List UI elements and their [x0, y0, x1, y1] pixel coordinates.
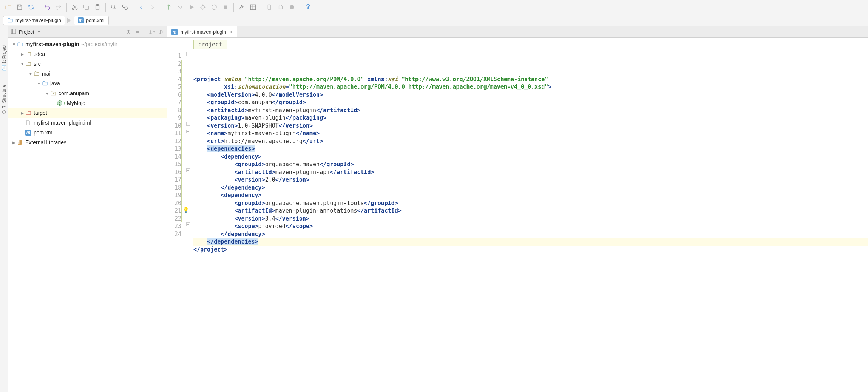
code-line[interactable]: </dependencies> [193, 238, 868, 246]
help-icon[interactable]: ? [303, 2, 314, 12]
class-icon: c⤹ [58, 100, 65, 106]
svg-point-8 [201, 5, 205, 9]
code-line[interactable]: <groupId>org.apache.maven.plugin-tools</… [193, 199, 868, 207]
folder-icon [7, 17, 13, 23]
cut-icon[interactable] [70, 2, 80, 12]
fold-toggle-icon[interactable]: − [186, 168, 190, 172]
code-line[interactable]: xsi:schemaLocation="http://maven.apache.… [193, 83, 868, 91]
editor-tab-label: myfirst-maven-plugin [181, 29, 226, 35]
code-content[interactable]: 💡 <project xmlns="http://maven.apache.or… [192, 51, 868, 392]
tree-arrow-icon[interactable]: ▶ [20, 111, 25, 115]
code-line[interactable]: <dependencies> [193, 145, 868, 153]
code-line[interactable]: <artifactId>maven-plugin-api</artifactId… [193, 168, 868, 176]
code-editor[interactable]: 123456789101112131415161718192021222324 … [167, 51, 868, 392]
find-icon[interactable] [108, 2, 119, 12]
lightbulb-icon[interactable]: 💡 [182, 206, 189, 214]
tree-item[interactable]: ▼java [8, 79, 167, 88]
code-line[interactable]: <artifactId>maven-plugin-annotations</ar… [193, 207, 868, 215]
target-icon[interactable] [125, 29, 132, 35]
run-icon[interactable] [186, 2, 197, 12]
tab-structure[interactable]: ⬡7: Structure [1, 82, 8, 118]
tree-arrow-icon[interactable]: ▶ [11, 140, 17, 145]
save-icon[interactable] [14, 2, 25, 12]
android-icon[interactable] [275, 2, 286, 12]
code-line[interactable]: </dependency> [193, 230, 868, 238]
fold-toggle-icon[interactable]: − [186, 52, 190, 56]
back-icon[interactable] [136, 2, 147, 12]
tree-arrow-icon[interactable]: ▶ [20, 52, 25, 56]
editor-crumb-project[interactable]: project [193, 40, 227, 49]
breadcrumb-project[interactable]: myfirst-maven-plugin [3, 16, 65, 25]
code-line[interactable]: </project> [193, 246, 868, 254]
tab-project[interactable]: 📄1: Project [1, 42, 8, 74]
code-line[interactable] [193, 253, 868, 261]
code-line[interactable]: <version>2.0</version> [193, 176, 868, 184]
svg-point-5 [111, 5, 115, 8]
code-line[interactable]: <groupId>org.apache.maven</groupId> [193, 161, 868, 168]
tree-item[interactable]: ▶.idea [8, 49, 167, 59]
chevron-down-icon[interactable]: ▼ [37, 30, 40, 34]
config-dropdown[interactable] [175, 2, 185, 12]
wrench-icon[interactable] [236, 2, 247, 12]
code-line[interactable]: <version>1.0-SNAPSHOT</version> [193, 122, 868, 130]
tree-arrow-icon[interactable]: ▼ [20, 62, 25, 66]
debug-icon[interactable] [198, 2, 208, 12]
tree-item[interactable]: ▶target [8, 108, 167, 118]
forward-icon[interactable] [147, 2, 158, 12]
coverage-icon[interactable] [209, 2, 219, 12]
stop-icon[interactable] [220, 2, 231, 12]
structure-icon[interactable] [248, 2, 258, 12]
collapse-icon[interactable] [134, 29, 141, 35]
tree-arrow-icon[interactable]: ▼ [45, 91, 50, 96]
tree-arrow-icon[interactable]: ▼ [36, 82, 42, 86]
code-line[interactable]: <artifactId>myfirst-maven-plugin</artifa… [193, 106, 868, 114]
build-icon[interactable] [164, 2, 174, 12]
tree-arrow-icon[interactable]: ▼ [11, 42, 17, 46]
tree-arrow-icon[interactable]: ▼ [28, 72, 33, 76]
tree-item[interactable]: ▶External Libraries [8, 137, 167, 147]
svg-rect-19 [18, 142, 19, 145]
paste-icon[interactable] [92, 2, 103, 12]
code-line[interactable]: <scope>provided</scope> [193, 222, 868, 230]
code-line[interactable]: <packaging>maven-plugin</packaging> [193, 114, 868, 122]
code-line[interactable]: </dependency> [193, 184, 868, 192]
svg-point-13 [290, 5, 294, 9]
tree-item-label: main [42, 71, 53, 77]
replace-icon[interactable] [120, 2, 130, 12]
tree-item[interactable]: c⤹MyMojo [8, 98, 167, 108]
tree-item[interactable]: ▼src [8, 59, 167, 69]
refresh-icon[interactable] [26, 2, 36, 12]
tree-item[interactable]: ▼myfirst-maven-plugin~/projects/myfir [8, 39, 167, 49]
code-line[interactable]: <version>3.4</version> [193, 215, 868, 223]
code-line[interactable]: <project xmlns="http://maven.apache.org/… [193, 76, 868, 83]
code-line[interactable]: <dependency> [193, 191, 868, 199]
tree-item[interactable]: ▼com.anupam [8, 88, 167, 98]
code-line[interactable]: <dependency> [193, 153, 868, 161]
close-icon[interactable]: × [229, 29, 232, 35]
panel-title-text[interactable]: Project [19, 29, 34, 35]
tree-item[interactable]: mpom.xml [8, 128, 167, 137]
code-line[interactable]: <modelVersion>4.0.0</modelVersion> [193, 91, 868, 99]
code-line[interactable]: <groupId>com.anupam</groupId> [193, 99, 868, 106]
project-tree[interactable]: ▼myfirst-maven-plugin~/projects/myfir▶.i… [8, 38, 167, 392]
device-icon[interactable] [264, 2, 275, 12]
editor-tab[interactable]: m myfirst-maven-plugin × [167, 26, 237, 37]
tree-item[interactable]: ▼main [8, 69, 167, 79]
android2-icon[interactable] [287, 2, 297, 12]
gear-icon[interactable]: ▾ [148, 29, 155, 35]
editor-breadcrumb: project [167, 38, 868, 51]
undo-icon[interactable] [42, 2, 53, 12]
fold-toggle-icon[interactable]: − [186, 130, 190, 133]
breadcrumb-bar: myfirst-maven-plugin m pom.xml [0, 14, 868, 26]
code-line[interactable]: <url>http://maven.apache.org</url> [193, 137, 868, 145]
copy-icon[interactable] [81, 2, 91, 12]
fold-toggle-icon[interactable]: − [186, 122, 190, 126]
hide-icon[interactable] [158, 29, 164, 35]
tree-item[interactable]: myfirst-maven-plugin.iml [8, 118, 167, 128]
fold-gutter[interactable]: −−−−− [185, 51, 192, 392]
redo-icon[interactable] [53, 2, 64, 12]
code-line[interactable]: <name>myfirst-maven-plugin</name> [193, 130, 868, 137]
fold-toggle-icon[interactable]: − [186, 222, 190, 226]
breadcrumb-file[interactable]: m pom.xml [74, 16, 109, 25]
open-icon[interactable] [3, 2, 14, 12]
